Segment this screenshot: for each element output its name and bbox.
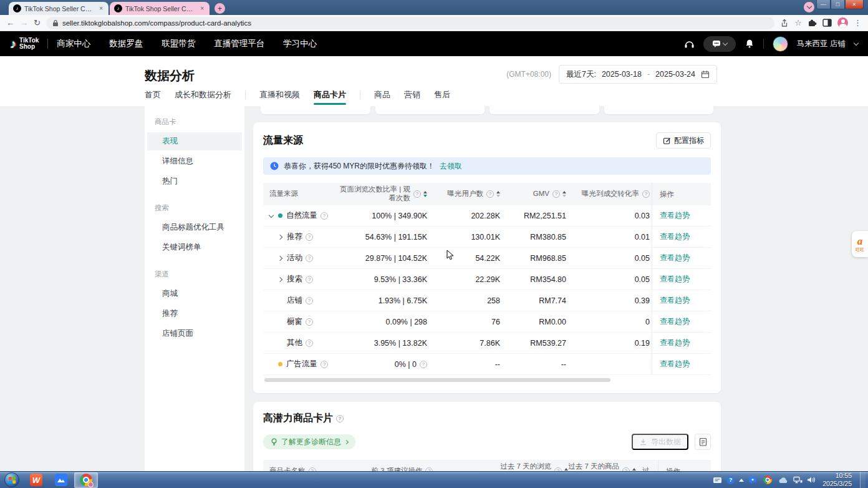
help-icon[interactable]: ? — [642, 190, 650, 198]
sidebar-item[interactable]: 商城 — [147, 285, 242, 303]
help-icon[interactable]: ? — [306, 255, 313, 262]
page-header: 数据分析 (GMT+08:00) 最近7天: 2025-03-18 - 2025… — [0, 56, 868, 106]
help-tray-icon[interactable]: ? — [726, 476, 735, 484]
address-bar[interactable]: seller.tiktokglobalshop.com/compass/prod… — [46, 17, 774, 29]
view-trend-link[interactable]: 查看趋势 — [660, 295, 690, 306]
minimize-button[interactable]: — — [816, 0, 831, 9]
browser-tab[interactable]: ♪TikTok Shop Seller Center | Cr...× — [110, 2, 210, 15]
help-icon[interactable]: ? — [306, 297, 313, 305]
sidebar-item[interactable]: 关键词榜单 — [147, 238, 242, 256]
new-tab-button[interactable]: + — [215, 3, 225, 14]
help-icon[interactable]: ? — [306, 276, 313, 283]
browser-titlebar: ♪TikTok Shop Seller Center | Cr...×♪TikT… — [0, 0, 868, 15]
sidebar-item[interactable]: 店铺页面 — [147, 325, 242, 343]
sidebar-item[interactable]: 热门 — [147, 172, 242, 190]
view-trend-link[interactable]: 查看趋势 — [660, 274, 690, 285]
column-header: GMV? — [500, 190, 566, 198]
wangwang-chat-widget[interactable]: a 旺旺 — [852, 231, 868, 257]
messenger-tray-icon[interactable] — [748, 476, 757, 484]
sidebar-item[interactable]: 商品标题优化工具 — [147, 218, 242, 237]
export-data-button[interactable]: 导出数据 — [632, 434, 688, 450]
help-icon[interactable]: ? — [321, 361, 328, 368]
topnav-item[interactable]: 商家中心 — [57, 38, 90, 49]
claim-coupon-link[interactable]: 去领取 — [440, 161, 462, 172]
diagnosis-info-pill[interactable]: 了解更多诊断信息 — [263, 434, 355, 449]
help-icon[interactable]: ? — [306, 339, 313, 347]
close-tab-icon[interactable]: × — [98, 5, 104, 12]
forward-button[interactable]: → — [20, 18, 28, 27]
column-label: 过去 7 天的商品交易总额 — [568, 462, 619, 471]
close-tab-icon[interactable]: × — [199, 5, 205, 12]
sidebar-item[interactable]: 详细信息 — [147, 152, 242, 170]
store-name[interactable]: 马来西亚 店铺 — [797, 39, 846, 49]
expand-row-icon[interactable] — [278, 278, 287, 281]
page-tab[interactable]: 营销 — [404, 89, 420, 100]
taskbar-app-button[interactable] — [49, 472, 73, 488]
page-tab[interactable]: 成长和数据分析 — [175, 89, 231, 100]
ratio-cell: 54.63% | 191.15K — [338, 233, 427, 242]
view-trend-link[interactable]: 查看趋势 — [660, 232, 690, 242]
headset-icon[interactable] — [684, 39, 695, 49]
expand-row-icon[interactable] — [278, 235, 287, 239]
date-range-picker[interactable]: 最近7天: 2025-03-18 - 2025-03-24 — [559, 65, 717, 84]
taskbar-wps-button[interactable]: W — [24, 472, 48, 488]
view-trend-link[interactable]: 查看趋势 — [660, 210, 690, 221]
back-button[interactable]: ← — [6, 18, 14, 27]
sidebar-item[interactable]: 表现 — [147, 132, 242, 150]
maximize-button[interactable]: □ — [831, 0, 845, 9]
page-tab[interactable]: 商品 — [374, 89, 390, 100]
network-tray-icon[interactable] — [793, 476, 803, 484]
view-trend-link[interactable]: 查看趋势 — [660, 359, 690, 369]
refresh-button[interactable]: ↻ — [34, 18, 41, 27]
show-desktop-button[interactable] — [860, 472, 866, 488]
topnav-item[interactable]: 联盟带货 — [162, 38, 195, 49]
view-trend-link[interactable]: 查看趋势 — [660, 316, 690, 327]
side-panel-icon[interactable] — [822, 19, 832, 27]
help-icon[interactable]: ? — [486, 190, 494, 198]
messages-button[interactable] — [703, 36, 736, 52]
volume-tray-icon[interactable] — [807, 476, 816, 484]
bookmark-star-icon[interactable]: ☆ — [794, 18, 802, 27]
extensions-icon[interactable] — [808, 18, 817, 27]
page-tab[interactable]: 售后 — [434, 89, 450, 100]
view-trend-link[interactable]: 查看趋势 — [660, 253, 690, 263]
sidebar-item[interactable]: 推荐 — [147, 305, 242, 323]
page-tab[interactable]: 商品卡片 — [314, 89, 346, 100]
taskbar-chrome-button[interactable] — [74, 472, 98, 488]
topnav-item[interactable]: 数据罗盘 — [109, 38, 143, 49]
browser-tab[interactable]: ♪TikTok Shop Seller Center | Cr...× — [9, 2, 109, 15]
help-icon[interactable]: ? — [336, 415, 344, 422]
report-doc-button[interactable] — [695, 434, 711, 450]
view-trend-link[interactable]: 查看趋势 — [660, 338, 690, 348]
help-icon[interactable]: ? — [306, 318, 313, 326]
profile-avatar[interactable] — [837, 17, 848, 28]
store-avatar[interactable] — [773, 36, 788, 52]
mouse-cursor — [446, 250, 456, 261]
titlebar-chevron-button[interactable] — [804, 2, 814, 12]
close-window-button[interactable]: × — [845, 0, 864, 9]
help-icon[interactable]: ? — [552, 190, 560, 198]
input-method-icon[interactable] — [713, 477, 722, 484]
tiktok-shop-logo-text[interactable]: TikTok Shop — [19, 37, 39, 51]
help-icon[interactable]: ? — [306, 233, 313, 241]
notification-bell-icon[interactable] — [745, 39, 755, 49]
help-icon[interactable]: ? — [420, 361, 427, 368]
column-label: GMV — [533, 190, 549, 198]
chrome-tray-icon[interactable] — [763, 476, 772, 484]
topnav-item[interactable]: 直播管理平台 — [214, 38, 264, 49]
start-button[interactable] — [4, 472, 19, 487]
share-icon[interactable] — [780, 19, 789, 27]
browser-menu-icon[interactable]: ⋮ — [854, 18, 862, 27]
page-tab[interactable]: 直播和视频 — [259, 89, 300, 100]
onedrive-tray-icon[interactable] — [778, 477, 789, 484]
configure-metrics-button[interactable]: 配置指标 — [656, 132, 711, 149]
topnav-item[interactable]: 学习中心 — [283, 38, 317, 49]
help-icon[interactable]: ? — [413, 190, 421, 198]
show-hidden-icons-button[interactable] — [739, 479, 744, 482]
taskbar-clock[interactable]: 10:55 2025/3/25 — [822, 472, 852, 488]
collapse-row-icon[interactable] — [269, 215, 278, 217]
scrollbar-thumb[interactable] — [264, 378, 610, 382]
expand-row-icon[interactable] — [278, 256, 287, 260]
help-icon[interactable]: ? — [321, 212, 328, 220]
page-tab[interactable]: 首页 — [145, 89, 161, 100]
